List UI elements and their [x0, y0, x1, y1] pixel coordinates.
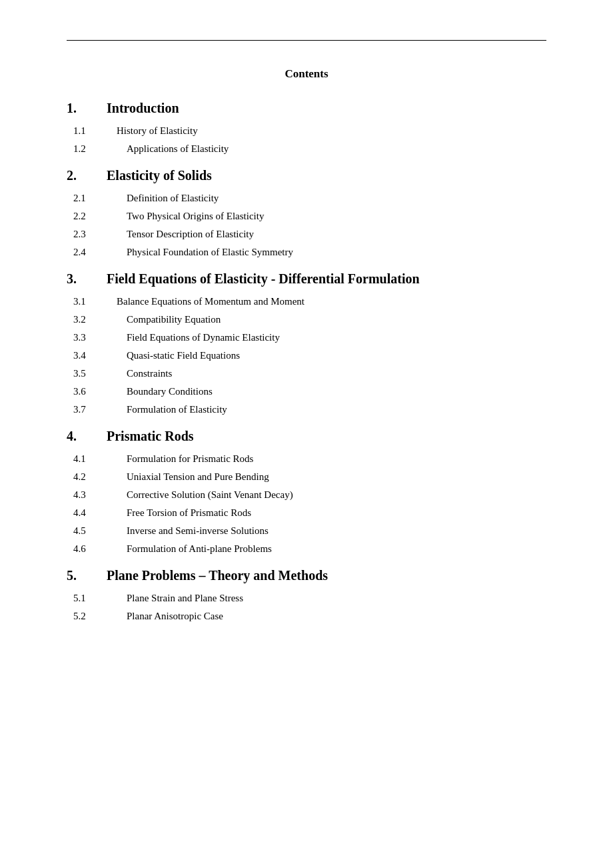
subsection-number-2-4: 2.4 — [67, 247, 127, 258]
subsection-number-3-7: 3.7 — [67, 404, 127, 415]
subsection-3-3: 3.3Field Equations of Dynamic Elasticity — [67, 332, 546, 343]
subsection-2-1: 2.1Definition of Elasticity — [67, 193, 546, 204]
section-heading-4: 4.Prismatic Rods — [67, 429, 546, 444]
subsection-3-6: 3.6Boundary Conditions — [67, 386, 546, 397]
subsection-label-3-5: Constraints — [127, 368, 172, 379]
subsection-3-1: 3.1Balance Equations of Momentum and Mom… — [67, 296, 546, 307]
subsection-label-2-4: Physical Foundation of Elastic Symmetry — [127, 247, 293, 258]
section-1: 1.Introduction1.1History of Elasticity1.… — [67, 101, 546, 155]
subsection-label-3-7: Formulation of Elasticity — [127, 404, 227, 415]
subsection-number-1-1: 1.1 — [67, 125, 117, 137]
page: Contents 1.Introduction1.1History of Ela… — [0, 0, 613, 868]
section-3: 3.Field Equations of Elasticity - Differ… — [67, 271, 546, 415]
subsection-number-4-5: 4.5 — [67, 525, 127, 537]
subsection-number-3-2: 3.2 — [67, 314, 127, 325]
section-4: 4.Prismatic Rods4.1Formulation for Prism… — [67, 429, 546, 555]
subsection-3-5: 3.5Constraints — [67, 368, 546, 379]
sections-container: 1.Introduction1.1History of Elasticity1.… — [67, 101, 546, 622]
subsection-4-2: 4.2Uniaxial Tension and Pure Bending — [67, 471, 546, 483]
subsection-1-1: 1.1History of Elasticity — [67, 125, 546, 137]
section-number-1: 1. — [67, 101, 107, 116]
subsection-2-3: 2.3Tensor Description of Elasticity — [67, 229, 546, 240]
subsection-label-3-1: Balance Equations of Momentum and Moment — [117, 296, 305, 307]
subsection-label-3-2: Compatibility Equation — [127, 314, 221, 325]
subsection-label-4-3: Corrective Solution (Saint Venant Decay) — [127, 489, 293, 501]
subsection-number-4-2: 4.2 — [67, 471, 127, 483]
section-label-5: Plane Problems – Theory and Methods — [107, 568, 328, 583]
section-label-2: Elasticity of Solids — [107, 168, 212, 183]
subsection-number-2-1: 2.1 — [67, 193, 127, 204]
section-number-3: 3. — [67, 271, 107, 287]
subsection-label-5-1: Plane Strain and Plane Stress — [127, 593, 243, 604]
subsection-number-1-2: 1.2 — [67, 143, 127, 155]
subsection-number-4-3: 4.3 — [67, 489, 127, 501]
section-2: 2.Elasticity of Solids2.1Definition of E… — [67, 168, 546, 258]
subsection-label-4-4: Free Torsion of Prismatic Rods — [127, 507, 251, 519]
section-number-4: 4. — [67, 429, 107, 444]
subsection-label-2-1: Definition of Elasticity — [127, 193, 219, 204]
subsection-label-4-1: Formulation for Prismatic Rods — [127, 453, 253, 465]
subsection-4-5: 4.5Inverse and Semi-inverse Solutions — [67, 525, 546, 537]
contents-title: Contents — [67, 67, 546, 81]
subsection-label-1-2: Applications of Elasticity — [127, 143, 229, 155]
section-label-4: Prismatic Rods — [107, 429, 194, 444]
subsection-3-4: 3.4Quasi-static Field Equations — [67, 350, 546, 361]
subsection-label-1-1: History of Elasticity — [117, 125, 198, 137]
subsection-5-2: 5.2Planar Anisotropic Case — [67, 611, 546, 622]
subsection-number-3-5: 3.5 — [67, 368, 127, 379]
subsection-label-2-2: Two Physical Origins of Elasticity — [127, 211, 264, 222]
subsection-label-3-6: Boundary Conditions — [127, 386, 213, 397]
section-label-1: Introduction — [107, 101, 179, 116]
subsection-number-5-2: 5.2 — [67, 611, 127, 622]
subsection-number-4-4: 4.4 — [67, 507, 127, 519]
section-heading-3: 3.Field Equations of Elasticity - Differ… — [67, 271, 546, 287]
subsection-label-2-3: Tensor Description of Elasticity — [127, 229, 254, 240]
subsection-2-4: 2.4Physical Foundation of Elastic Symmet… — [67, 247, 546, 258]
subsection-label-4-6: Formulation of Anti-plane Problems — [127, 543, 272, 555]
subsection-label-4-2: Uniaxial Tension and Pure Bending — [127, 471, 269, 483]
subsection-number-4-6: 4.6 — [67, 543, 127, 555]
subsection-label-4-5: Inverse and Semi-inverse Solutions — [127, 525, 269, 537]
subsection-4-3: 4.3Corrective Solution (Saint Venant Dec… — [67, 489, 546, 501]
subsection-number-4-1: 4.1 — [67, 453, 127, 465]
subsection-number-2-3: 2.3 — [67, 229, 127, 240]
section-number-2: 2. — [67, 168, 107, 183]
subsection-label-3-3: Field Equations of Dynamic Elasticity — [127, 332, 280, 343]
section-number-5: 5. — [67, 568, 107, 583]
subsection-5-1: 5.1Plane Strain and Plane Stress — [67, 593, 546, 604]
subsection-number-3-1: 3.1 — [67, 296, 117, 307]
top-rule — [67, 40, 546, 41]
section-heading-1: 1.Introduction — [67, 101, 546, 116]
section-heading-5: 5.Plane Problems – Theory and Methods — [67, 568, 546, 583]
subsection-4-1: 4.1Formulation for Prismatic Rods — [67, 453, 546, 465]
subsection-number-5-1: 5.1 — [67, 593, 127, 604]
subsection-number-2-2: 2.2 — [67, 211, 127, 222]
section-5: 5.Plane Problems – Theory and Methods5.1… — [67, 568, 546, 622]
subsection-number-3-3: 3.3 — [67, 332, 127, 343]
subsection-3-2: 3.2Compatibility Equation — [67, 314, 546, 325]
subsection-2-2: 2.2Two Physical Origins of Elasticity — [67, 211, 546, 222]
subsection-label-5-2: Planar Anisotropic Case — [127, 611, 223, 622]
subsection-3-7: 3.7Formulation of Elasticity — [67, 404, 546, 415]
subsection-number-3-4: 3.4 — [67, 350, 127, 361]
subsection-1-2: 1.2Applications of Elasticity — [67, 143, 546, 155]
subsection-4-4: 4.4Free Torsion of Prismatic Rods — [67, 507, 546, 519]
section-label-3: Field Equations of Elasticity - Differen… — [107, 271, 420, 287]
subsection-number-3-6: 3.6 — [67, 386, 127, 397]
subsection-label-3-4: Quasi-static Field Equations — [127, 350, 240, 361]
subsection-4-6: 4.6Formulation of Anti-plane Problems — [67, 543, 546, 555]
section-heading-2: 2.Elasticity of Solids — [67, 168, 546, 183]
